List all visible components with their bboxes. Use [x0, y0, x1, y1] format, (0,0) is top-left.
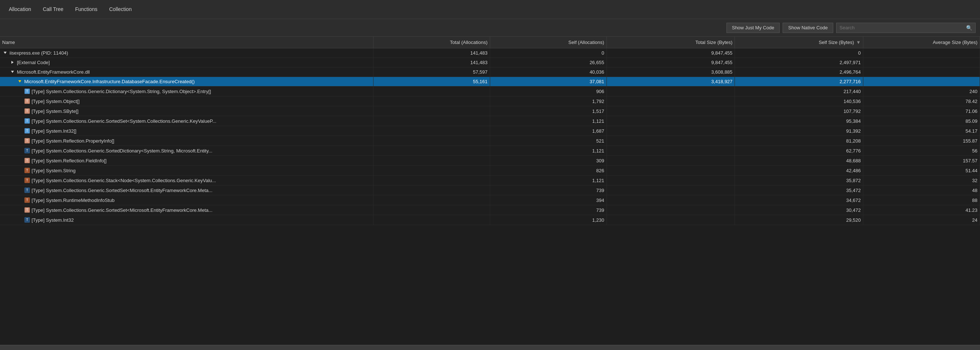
cell-total-alloc [373, 156, 490, 166]
table-row[interactable]: T[Type] System.SByte[]1,517107,79271.06 [0, 106, 980, 116]
table-row[interactable]: iisexpress.exe (PID: 11404)141,48309,847… [0, 48, 980, 58]
show-native-code-button[interactable]: Show Native Code [783, 23, 833, 33]
table-row[interactable]: T[Type] System.Collections.Generic.Stack… [0, 176, 980, 185]
cell-total-alloc [373, 205, 490, 215]
row-name-text: [Type] System.Object[] [32, 98, 80, 104]
cell-self-alloc: 1,687 [490, 126, 606, 136]
row-name-text: [Type] System.RuntimeMethodInfoStub [32, 198, 115, 203]
cell-total-alloc: 141,483 [373, 58, 490, 67]
expand-icon[interactable] [10, 70, 16, 75]
cell-name: T[Type] System.String [0, 166, 373, 176]
type-icon: T [24, 98, 30, 104]
table-row[interactable]: Microsoft.EntityFrameworkCore.Infrastruc… [0, 77, 980, 87]
col-header-avg-size[interactable]: Average Size (Bytes) [863, 36, 980, 48]
cell-avg-size: 54.17 [863, 126, 980, 136]
horizontal-scrollbar[interactable] [0, 345, 980, 350]
type-icon: T [24, 187, 30, 193]
table-row[interactable]: T[Type] System.String82642,48651.44 [0, 166, 980, 176]
type-icon: T [24, 108, 30, 114]
cell-total-size [606, 106, 735, 116]
expand-icon[interactable] [2, 51, 8, 56]
cell-self-size: 35,872 [735, 176, 863, 185]
expand-icon[interactable] [10, 60, 16, 65]
cell-total-alloc [373, 176, 490, 185]
table-row[interactable]: Microsoft.EntityFrameworkCore.dll57,5974… [0, 67, 980, 77]
cell-self-size: 48,688 [735, 156, 863, 166]
table-container[interactable]: Name Total (Allocations) Self (Allocatio… [0, 36, 980, 345]
nav-item-allocation[interactable]: Allocation [3, 4, 37, 15]
cell-avg-size: 157.57 [863, 156, 980, 166]
cell-name: T[Type] System.Reflection.FieldInfo[] [0, 156, 373, 166]
cell-total-alloc [373, 215, 490, 225]
name-cell-content: T[Type] System.Collections.Generic.Sorte… [24, 187, 371, 193]
table-row[interactable]: T[Type] System.Collections.Generic.Sorte… [0, 146, 980, 156]
cell-self-alloc: 1,517 [490, 106, 606, 116]
table-row[interactable]: T[Type] System.Reflection.PropertyInfo[]… [0, 136, 980, 146]
type-icon: T [24, 148, 30, 154]
svg-text:T: T [26, 188, 28, 192]
col-header-self-size[interactable]: Self Size (Bytes) ▼ [735, 36, 863, 48]
row-name-text: Microsoft.EntityFrameworkCore.dll [17, 69, 90, 75]
cell-name: T[Type] System.Collections.Generic.Sorte… [0, 205, 373, 215]
cell-self-alloc: 739 [490, 185, 606, 195]
col-header-total-alloc[interactable]: Total (Allocations) [373, 36, 490, 48]
table-row[interactable]: T[Type] System.Int321,23029,52024 [0, 215, 980, 225]
table-row[interactable]: T[Type] System.RuntimeMethodInfoStub3943… [0, 195, 980, 205]
table-row[interactable]: T[Type] System.Collections.Generic.Sorte… [0, 185, 980, 195]
cell-total-size: 3,418,927 [606, 77, 735, 87]
name-cell-content: T[Type] System.Collections.Generic.Sorte… [24, 207, 371, 213]
table-row[interactable]: T[Type] System.Collections.Generic.Sorte… [0, 205, 980, 215]
cell-self-size: 35,472 [735, 185, 863, 195]
table-row[interactable]: T[Type] System.Collections.Generic.Sorte… [0, 116, 980, 126]
table-row[interactable]: T[Type] System.Int32[]1,68791,39254.17 [0, 126, 980, 136]
row-name-text: [External Code] [17, 60, 50, 65]
table-row[interactable]: T[Type] System.Reflection.FieldInfo[]309… [0, 156, 980, 166]
expand-icon[interactable] [17, 79, 23, 84]
cell-name: T[Type] System.Int32 [0, 215, 373, 225]
nav-item-call-tree[interactable]: Call Tree [37, 4, 69, 15]
row-name-text: [Type] System.Collections.Generic.Sorted… [32, 188, 212, 193]
cell-total-size [606, 205, 735, 215]
svg-text:T: T [26, 99, 28, 103]
col-header-name[interactable]: Name [0, 36, 373, 48]
cell-avg-size: 51.44 [863, 166, 980, 176]
toolbar: Show Just My Code Show Native Code 🔍 [0, 19, 980, 36]
cell-avg-size: 32 [863, 176, 980, 185]
table-row[interactable]: T[Type] System.Object[]1,792140,53678.42 [0, 97, 980, 106]
cell-total-size [606, 195, 735, 205]
cell-total-alloc [373, 106, 490, 116]
cell-self-size: 217,440 [735, 87, 863, 97]
nav-item-functions[interactable]: Functions [69, 4, 103, 15]
name-cell-content: T[Type] System.String [24, 168, 371, 173]
cell-total-size [606, 176, 735, 185]
name-cell-content: T[Type] System.Reflection.FieldInfo[] [24, 158, 371, 163]
cell-total-size [606, 97, 735, 106]
row-name-text: [Type] System.Int32 [32, 217, 74, 223]
svg-text:T: T [26, 208, 28, 212]
svg-text:T: T [26, 198, 28, 202]
cell-avg-size [863, 48, 980, 58]
cell-self-alloc: 37,081 [490, 77, 606, 87]
name-cell-content: T[Type] System.SByte[] [24, 108, 371, 114]
cell-total-alloc [373, 87, 490, 97]
type-icon: T [24, 128, 30, 134]
table-row[interactable]: T[Type] System.Collections.Generic.Dicti… [0, 87, 980, 97]
col-header-self-alloc[interactable]: Self (Allocations) [490, 36, 606, 48]
svg-marker-1 [11, 61, 14, 64]
search-box[interactable]: 🔍 [836, 23, 975, 33]
cell-self-alloc: 40,036 [490, 67, 606, 77]
show-just-my-code-button[interactable]: Show Just My Code [727, 23, 780, 33]
nav-item-collection[interactable]: Collection [103, 4, 137, 15]
cell-total-alloc: 141,483 [373, 48, 490, 58]
type-icon: T [24, 217, 30, 223]
name-cell-content: [External Code] [10, 60, 371, 65]
cell-name: iisexpress.exe (PID: 11404) [0, 48, 373, 58]
name-cell-content: T[Type] System.Reflection.PropertyInfo[] [24, 138, 371, 144]
table-row[interactable]: [External Code]141,48326,6559,847,4552,4… [0, 58, 980, 67]
cell-total-size [606, 126, 735, 136]
cell-total-size [606, 156, 735, 166]
search-input[interactable] [840, 25, 964, 30]
cell-name: Microsoft.EntityFrameworkCore.dll [0, 67, 373, 77]
cell-self-alloc: 309 [490, 156, 606, 166]
col-header-total-size[interactable]: Total Size (Bytes) [606, 36, 735, 48]
